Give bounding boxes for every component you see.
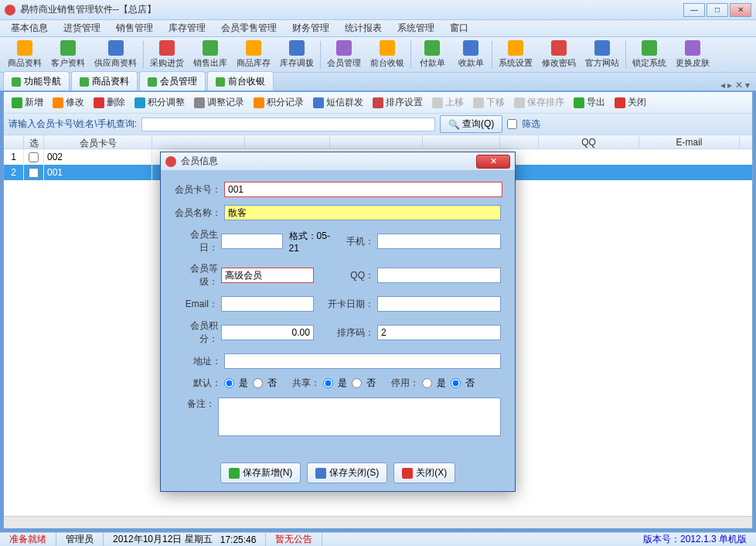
tool-系统设置[interactable]: 系统设置 — [494, 39, 537, 70]
row-checkbox[interactable] — [29, 152, 39, 162]
row-checkbox[interactable] — [29, 168, 39, 178]
tool-采购进货[interactable]: 采购进货 — [145, 39, 189, 70]
tab-前台收银[interactable]: 前台收银 — [207, 71, 274, 90]
default-no-radio[interactable] — [253, 378, 263, 388]
tool-销售出库[interactable]: 销售出库 — [189, 39, 232, 70]
col-header[interactable] — [4, 135, 24, 148]
window-close-button[interactable]: ✕ — [730, 3, 751, 17]
search-button[interactable]: 🔍查询(Q) — [440, 115, 502, 133]
tool-icon — [289, 40, 305, 56]
tool-修改密码[interactable]: 修改密码 — [537, 39, 581, 70]
tool-会员管理[interactable]: 会员管理 — [322, 39, 366, 70]
cancel-button[interactable]: 关闭(X) — [393, 462, 455, 483]
sort-label: 排序码： — [314, 326, 377, 340]
disable-no-radio[interactable] — [451, 378, 461, 388]
close-tab-button[interactable]: 关闭 — [611, 94, 649, 111]
menu-统计报表[interactable]: 统计报表 — [337, 20, 390, 36]
status-version: 版本号：2012.1.3 单机版 — [634, 533, 756, 546]
col-header[interactable] — [500, 135, 539, 148]
maximize-button[interactable]: □ — [707, 3, 728, 17]
share-label: 共享： — [277, 377, 323, 390]
col-header[interactable]: QQ — [539, 135, 639, 148]
export-button[interactable]: 导出 — [570, 94, 608, 111]
tab-商品资料[interactable]: 商品资料 — [71, 71, 138, 90]
filter-checkbox[interactable] — [507, 119, 517, 129]
default-yes-radio[interactable] — [224, 378, 234, 388]
tab-nav-icon[interactable]: ◂ ▸ ✕ ▾ — [717, 80, 753, 90]
tool-更换皮肤[interactable]: 更换皮肤 — [671, 39, 714, 70]
tab-会员管理[interactable]: 会员管理 — [139, 71, 206, 90]
delete-button[interactable]: 删除 — [90, 94, 128, 111]
col-header[interactable] — [152, 135, 245, 148]
close-icon — [402, 468, 413, 479]
tool-icon — [336, 40, 352, 56]
mobile-input[interactable] — [377, 234, 501, 249]
horizontal-scrollbar[interactable] — [4, 516, 752, 528]
tool-库存调拨[interactable]: 库存调拨 — [275, 39, 318, 70]
tool-商品资料[interactable]: 商品资料 — [3, 39, 46, 70]
sms-button[interactable]: 短信群发 — [310, 94, 366, 111]
points-log-button[interactable]: 积分记录 — [250, 94, 307, 111]
level-label: 会员等级： — [175, 262, 221, 288]
move-up-button[interactable]: 上移 — [429, 94, 467, 111]
tool-客户资料[interactable]: 客户资料 — [46, 39, 90, 70]
move-down-button[interactable]: 下移 — [470, 94, 508, 111]
tool-商品库存[interactable]: 商品库存 — [232, 39, 275, 70]
remark-textarea[interactable] — [218, 398, 501, 436]
points-adjust-button[interactable]: 积分调整 — [131, 94, 188, 111]
card-label: 会员卡号： — [175, 183, 224, 196]
addr-input[interactable] — [224, 353, 501, 369]
search-input[interactable] — [141, 118, 435, 131]
opendate-input[interactable] — [377, 296, 501, 312]
menu-会员零售管理[interactable]: 会员零售管理 — [213, 20, 284, 36]
name-input[interactable] — [224, 205, 501, 220]
birth-input[interactable] — [221, 234, 283, 249]
save-close-button[interactable]: 保存关闭(S) — [307, 462, 387, 483]
col-header[interactable] — [423, 135, 500, 148]
col-header[interactable] — [330, 135, 423, 148]
add-button[interactable]: 新增 — [9, 94, 46, 111]
share-no-radio[interactable] — [352, 378, 362, 388]
disable-yes-radio[interactable] — [422, 378, 432, 388]
menu-库存管理[interactable]: 库存管理 — [161, 20, 213, 36]
qq-input[interactable] — [377, 268, 501, 283]
save-new-button[interactable]: 保存新增(N) — [220, 462, 301, 483]
tab-功能导航[interactable]: 功能导航 — [3, 71, 70, 90]
tool-收款单[interactable]: 收款单 — [451, 39, 490, 70]
col-header[interactable]: 会员卡号 — [44, 135, 152, 148]
status-notice: 暂无公告 — [266, 533, 322, 546]
tool-供应商资料[interactable]: 供应商资料 — [90, 39, 141, 70]
share-yes-radio[interactable] — [323, 378, 333, 388]
minimize-button[interactable]: — — [683, 3, 705, 17]
sort-input[interactable] — [377, 325, 501, 340]
menu-进货管理[interactable]: 进货管理 — [56, 20, 108, 36]
dialog-icon — [165, 156, 176, 167]
sort-settings-button[interactable]: 排序设置 — [369, 94, 426, 111]
tool-官方网站[interactable]: 官方网站 — [581, 39, 624, 70]
status-time: 17:25:46 — [220, 534, 257, 545]
col-header[interactable] — [245, 135, 330, 148]
col-header[interactable]: 选 — [24, 135, 44, 148]
tab-icon — [216, 77, 225, 87]
status-ready: 准备就绪 — [0, 533, 56, 546]
menu-系统管理[interactable]: 系统管理 — [390, 20, 442, 36]
action-toolbar: 新增 修改 删除 积分调整 调整记录 积分记录 短信群发 排序设置 上移 下移 … — [4, 92, 752, 114]
tool-付款单[interactable]: 付款单 — [413, 39, 451, 70]
menu-窗口[interactable]: 窗口 — [442, 20, 476, 36]
dialog-close-button[interactable]: ✕ — [476, 155, 510, 169]
level-input[interactable] — [221, 268, 314, 283]
save-sort-button[interactable]: 保存排序 — [511, 94, 567, 111]
tool-前台收银[interactable]: 前台收银 — [366, 39, 409, 70]
name-label: 会员名称： — [175, 206, 224, 220]
card-input[interactable] — [224, 182, 502, 197]
adjust-log-button[interactable]: 调整记录 — [191, 94, 247, 111]
email-input[interactable] — [221, 296, 314, 312]
edit-button[interactable]: 修改 — [49, 94, 87, 111]
points-input[interactable] — [221, 325, 314, 340]
menu-基本信息[interactable]: 基本信息 — [3, 20, 56, 36]
col-header[interactable]: E-mail — [639, 135, 740, 148]
tool-锁定系统[interactable]: 锁定系统 — [628, 39, 671, 70]
menu-销售管理[interactable]: 销售管理 — [108, 20, 161, 36]
menu-财务管理[interactable]: 财务管理 — [284, 20, 337, 36]
tab-icon — [80, 77, 89, 87]
